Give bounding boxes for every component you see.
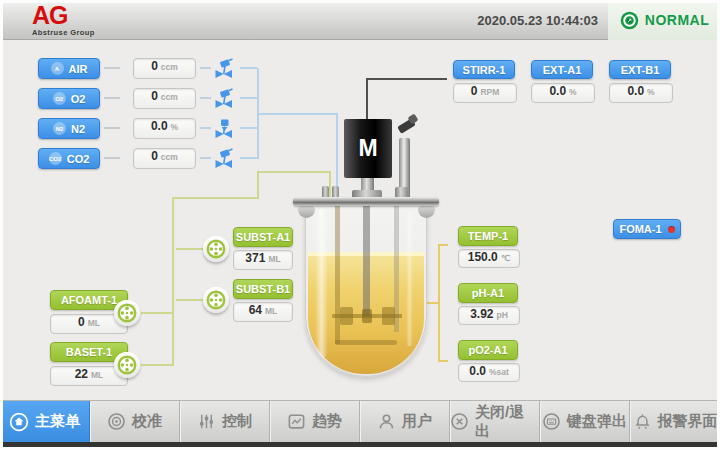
- nav-close-exit[interactable]: 关闭/退出: [450, 401, 540, 442]
- substrate-label: SUBST-B1: [236, 283, 290, 295]
- stirrer-signal-line-h: [366, 78, 447, 80]
- dosing-pipe-h2: [257, 171, 331, 173]
- foma-label: FOMA-1: [619, 223, 661, 235]
- sensor-bracket-top: [438, 244, 448, 246]
- unit-text: %: [171, 122, 179, 132]
- pump-icon: [116, 302, 138, 324]
- gas-value-co2: 0 ccm: [133, 148, 196, 169]
- impeller-paddle: [382, 307, 395, 325]
- sensor-label: pH-A1: [472, 287, 504, 299]
- nav-label: 主菜单: [35, 412, 80, 431]
- pump-icon: [116, 354, 138, 376]
- gas-button-o2[interactable]: O2 O2: [38, 88, 100, 109]
- air-gas-icon: A: [51, 62, 64, 75]
- hmi-screen: AG Abstruse Group 2020.05.23 10:44:03 NO…: [0, 0, 720, 450]
- pump-icon: [205, 238, 227, 260]
- subst-b1-stub: [176, 299, 204, 301]
- unit-text: ML: [268, 254, 280, 264]
- unit-text: ccm: [161, 62, 178, 72]
- nav-label: 关闭/退出: [475, 403, 539, 441]
- pump-subst-a1[interactable]: [203, 236, 229, 262]
- po2-button[interactable]: pO2-A1: [458, 340, 518, 360]
- dosing-pipe-v1: [257, 171, 259, 199]
- target-icon: [107, 412, 126, 431]
- bottom-strip: [0, 442, 720, 450]
- foam-alarm-indicator: [668, 226, 675, 233]
- motor-label: M: [358, 135, 377, 162]
- gas-label: CO2: [67, 153, 90, 165]
- nav-label: 校准: [132, 412, 162, 431]
- logo-text: AG: [32, 3, 95, 28]
- stirrer-button[interactable]: STIRR-1: [453, 60, 515, 79]
- ext-a1-button[interactable]: EXT-A1: [531, 60, 593, 79]
- sliders-icon: [197, 412, 216, 431]
- sensor-label: TEMP-1: [468, 230, 508, 242]
- ext-b1-value: 0.0 %: [609, 83, 673, 103]
- gas-label: N2: [71, 123, 85, 135]
- pump-afoamt[interactable]: [114, 300, 140, 326]
- nav-user[interactable]: 用户: [360, 401, 450, 442]
- impeller-hub: [362, 309, 372, 323]
- dosing-header-pipe: [172, 197, 174, 366]
- dosing-pipe-v2: [329, 171, 331, 199]
- sensor-label: pO2-A1: [468, 344, 507, 356]
- alarm-icon: [633, 412, 652, 431]
- motor-valve-icon[interactable]: [213, 57, 237, 81]
- value-text: 0: [78, 315, 85, 329]
- nav-control[interactable]: 控制: [180, 401, 270, 442]
- motor-valve-icon[interactable]: [213, 147, 237, 171]
- impeller-paddle: [340, 307, 353, 325]
- gas-feed-pipe-h: [257, 113, 337, 115]
- home-icon: [9, 412, 29, 432]
- nav-alarm-screen[interactable]: 报警界面: [630, 401, 720, 442]
- ph-button[interactable]: pH-A1: [458, 283, 518, 303]
- unit-text: ML: [88, 318, 100, 328]
- subst-a1-value: 371 ML: [233, 250, 293, 270]
- pump-subst-b1[interactable]: [203, 287, 229, 313]
- unit-text: %sat: [489, 367, 509, 377]
- nav-keyboard-popup[interactable]: 键盘弹出: [540, 401, 630, 442]
- vessel-headplate: [293, 197, 439, 206]
- pump-baset[interactable]: [114, 352, 140, 378]
- unit-text: ML: [265, 306, 277, 316]
- motor-valve-icon[interactable]: [213, 87, 237, 111]
- datetime-display: 2020.05.23 10:44:03: [477, 13, 598, 28]
- subst-b1-value: 64 ML: [233, 302, 293, 322]
- value-text: 64: [249, 303, 262, 317]
- ext-b1-button[interactable]: EXT-B1: [609, 60, 671, 79]
- logo-subtext: Abstruse Group: [32, 28, 95, 37]
- gas-label: O2: [71, 93, 86, 105]
- subst-a1-button[interactable]: SUBST-A1: [233, 227, 293, 247]
- value-text: 0.0: [151, 119, 168, 133]
- stirrer-value: 0 RPM: [453, 83, 517, 103]
- close-icon: [450, 412, 469, 431]
- unit-text: %: [647, 87, 655, 97]
- temp-button[interactable]: TEMP-1: [458, 226, 518, 246]
- nav-trends[interactable]: 趋势: [270, 401, 360, 442]
- sensor-bracket-mid: [426, 302, 440, 304]
- nav-calibration[interactable]: 校准: [90, 401, 180, 442]
- foma-button[interactable]: FOMA-1: [613, 219, 681, 239]
- user-icon: [377, 412, 396, 431]
- status-badge: NORMAL: [608, 0, 720, 40]
- pump-icon: [205, 289, 227, 311]
- value-text: 0.0: [469, 364, 486, 378]
- dosing-pipe-h1: [172, 197, 259, 199]
- status-label: NORMAL: [645, 12, 709, 28]
- gas-button-n2[interactable]: N2 N2: [38, 118, 100, 139]
- ph-value: 3.92 pH: [458, 306, 520, 325]
- solenoid-valve-icon[interactable]: [213, 117, 237, 141]
- gas-button-co2[interactable]: CO2 CO2: [38, 148, 100, 169]
- nav-label: 报警界面: [658, 412, 718, 431]
- stirrer-signal-line-v: [366, 78, 368, 125]
- co2-gas-icon: CO2: [49, 152, 62, 165]
- value-text: 150.0: [468, 250, 498, 264]
- dosing-label: BASET-1: [66, 346, 112, 358]
- unit-text: pH: [497, 310, 508, 320]
- nav-main-menu[interactable]: 主菜单: [0, 401, 90, 442]
- actuator-label: EXT-A1: [543, 64, 582, 76]
- actuator-label: STIRR-1: [463, 64, 506, 76]
- header-bar: AG Abstruse Group 2020.05.23 10:44:03 NO…: [0, 0, 720, 40]
- subst-b1-button[interactable]: SUBST-B1: [233, 279, 293, 299]
- gas-button-air[interactable]: A AIR: [38, 58, 100, 79]
